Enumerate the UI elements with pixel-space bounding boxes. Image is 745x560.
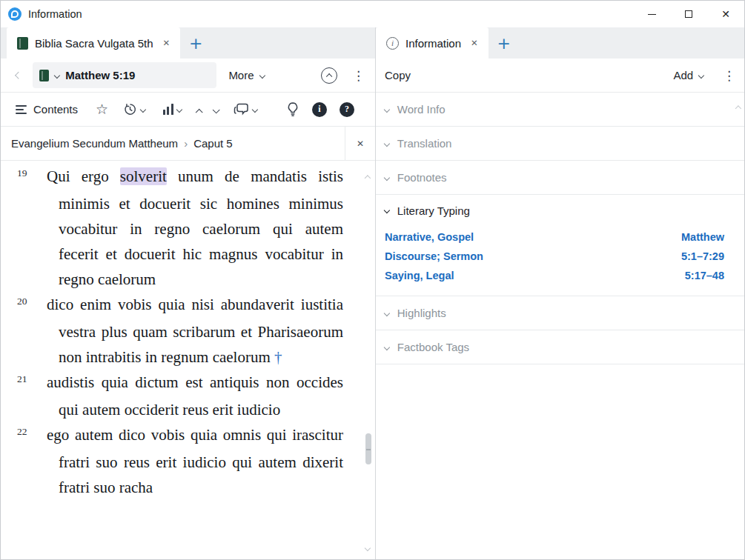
resource-book-icon <box>39 70 49 81</box>
add-label: Add <box>674 69 694 81</box>
section-label: Word Info <box>397 103 446 116</box>
chevron-down-icon <box>384 344 390 350</box>
help-button[interactable]: ? <box>340 102 354 117</box>
chevron-up-icon <box>195 108 202 116</box>
new-tab-button[interactable]: + <box>180 27 211 59</box>
footnote-dagger-icon[interactable]: † <box>274 348 282 366</box>
scroll-up-icon[interactable] <box>736 99 741 112</box>
literary-typing-row: Narrative, GospelMatthew <box>385 227 724 247</box>
close-breadcrumb-button[interactable]: ✕ <box>345 127 375 160</box>
breadcrumb-chapter[interactable]: Caput 5 <box>193 137 233 150</box>
panel-menu-button[interactable]: ⋮ <box>723 68 735 83</box>
section-label: Literary Typing <box>397 204 470 217</box>
back-button[interactable] <box>16 73 21 78</box>
verse-number: 21 <box>17 367 47 392</box>
info-circle-icon: i <box>386 37 399 50</box>
chevron-down-icon <box>213 107 220 114</box>
add-dropdown-button[interactable]: Add <box>674 69 703 81</box>
information-panel: i Information ✕ + Copy Add ⋮ <box>376 27 744 559</box>
literary-range-link[interactable]: Matthew <box>681 231 724 243</box>
verse-22: 22ego autem dico vobis quia omnis qui ir… <box>1 422 362 500</box>
literary-type-link[interactable]: Narrative, Gospel <box>385 231 474 243</box>
previous-chapter-button[interactable] <box>196 103 202 116</box>
contents-button[interactable]: Contents <box>16 103 78 116</box>
breadcrumb-separator: › <box>184 137 188 150</box>
window-controls: ✕ <box>633 1 744 27</box>
right-tab-strip: i Information ✕ + <box>376 27 744 59</box>
chevron-down-icon <box>384 106 390 112</box>
breadcrumb-book[interactable]: Evangelium Secundum Mattheum <box>11 137 178 150</box>
verse-text: Qui ergo <box>47 167 120 185</box>
action-right-group: Add ⋮ <box>674 68 738 83</box>
scroll-up-icon[interactable] <box>365 168 370 181</box>
maximize-button[interactable] <box>670 1 707 27</box>
bible-text-wrap: 19Qui ergo solverit unum de mandatis ist… <box>1 161 375 559</box>
selected-word[interactable]: solverit <box>120 167 167 185</box>
section-header-highlights[interactable]: Highlights <box>376 296 744 330</box>
maximize-icon <box>685 10 692 18</box>
app-window: Information ✕ Biblia Sacra Vulgata 5th ✕… <box>0 0 745 560</box>
section-factbook-tags: Factbook Tags <box>376 330 744 364</box>
chevron-down-icon <box>384 140 390 146</box>
literary-typing-content: Narrative, GospelMatthewDiscourse; Sermo… <box>376 226 744 296</box>
tab-information[interactable]: i Information ✕ <box>376 27 489 59</box>
section-word-info: Word Info <box>376 93 744 127</box>
verse-number: 20 <box>17 289 47 314</box>
contents-icon <box>16 105 27 114</box>
window-title: Information <box>28 8 82 20</box>
more-menu-button[interactable]: More <box>228 69 264 81</box>
verse-text: dico enim vobis quia nisi abundaverit iu… <box>47 296 343 366</box>
section-header-footnotes[interactable]: Footnotes <box>376 161 744 194</box>
panel-menu-button[interactable]: ⋮ <box>352 68 365 83</box>
minimize-icon <box>648 14 656 15</box>
copy-button[interactable]: Copy <box>385 69 411 81</box>
literary-type-link[interactable]: Saying, Legal <box>385 270 454 281</box>
history-icon <box>123 102 137 116</box>
favorite-star-icon[interactable]: ☆ <box>96 102 108 116</box>
tab-label: Information <box>405 37 461 50</box>
bible-nav-row: Matthew 5:19 More ⋮ <box>1 59 375 93</box>
scroll-down-icon[interactable] <box>365 540 370 553</box>
verse-number: 22 <box>17 419 47 444</box>
info-icon: i <box>318 104 320 115</box>
tab-biblia-sacra-vulgata[interactable]: Biblia Sacra Vulgata 5th ✕ <box>7 27 180 59</box>
more-label: More <box>228 69 254 81</box>
bible-text: 19Qui ergo solverit unum de mandatis ist… <box>1 161 362 559</box>
literary-range-link[interactable]: 5:1–7:29 <box>681 250 724 262</box>
section-header-literary-typing[interactable]: Literary Typing <box>376 195 744 226</box>
scrollbar-thumb[interactable] <box>365 433 371 464</box>
verse-text: ego autem dico vobis quia omnis qui iras… <box>47 426 343 496</box>
reference-selector[interactable]: Matthew 5:19 <box>33 62 216 88</box>
close-window-button[interactable]: ✕ <box>707 1 744 27</box>
minimize-button[interactable] <box>633 1 670 27</box>
lightbulb-icon[interactable] <box>286 101 299 117</box>
display-settings-button[interactable] <box>163 104 182 115</box>
chevron-down-icon <box>177 107 182 112</box>
breadcrumb[interactable]: Evangelium Secundum Mattheum › Caput 5 <box>1 127 345 160</box>
section-header-translation[interactable]: Translation <box>376 127 744 160</box>
section-translation: Translation <box>376 127 744 161</box>
literary-typing-row: Saying, Legal5:17–48 <box>385 266 724 285</box>
section-header-word-info[interactable]: Word Info <box>376 93 744 126</box>
chevron-down-icon <box>384 207 390 213</box>
history-button[interactable] <box>123 102 145 116</box>
chevron-down-icon <box>253 107 257 112</box>
new-tab-button[interactable]: + <box>489 27 520 59</box>
literary-range-link[interactable]: 5:17–48 <box>685 270 724 281</box>
section-header-factbook-tags[interactable]: Factbook Tags <box>376 330 744 364</box>
verse-21: 21audistis quia dictum est antiquis non … <box>1 370 362 422</box>
contents-label: Contents <box>33 103 78 116</box>
close-tab-icon[interactable]: ✕ <box>163 38 170 48</box>
close-icon: ✕ <box>721 8 730 20</box>
collapse-toolbar-button[interactable] <box>321 67 337 84</box>
toolbar-right-group: i ? <box>286 101 363 117</box>
literary-type-link[interactable]: Discourse; Sermon <box>385 250 483 262</box>
next-chapter-button[interactable] <box>213 103 219 116</box>
info-button[interactable]: i <box>312 102 327 117</box>
section-label: Factbook Tags <box>397 341 469 353</box>
close-tab-icon[interactable]: ✕ <box>471 38 478 48</box>
notes-button[interactable] <box>234 102 257 116</box>
chevron-down-icon <box>384 310 390 316</box>
section-label: Footnotes <box>397 171 447 184</box>
scrollbar[interactable] <box>362 161 375 559</box>
